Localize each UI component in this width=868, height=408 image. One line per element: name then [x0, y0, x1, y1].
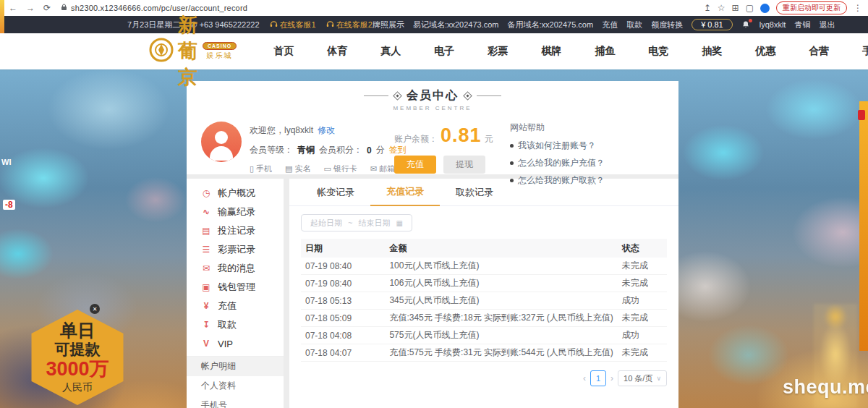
verify-item-手机[interactable]: ▯手机	[250, 163, 272, 174]
sidebar-item-label: 我的消息	[218, 262, 255, 275]
sidebar-item-label: 充值	[218, 299, 237, 313]
tab-充值记录[interactable]: 充值记录	[370, 178, 440, 206]
promo-line1: 单日	[60, 321, 95, 340]
withdraw-button[interactable]: 提现	[443, 156, 485, 174]
nav-menu-item[interactable]: 体育	[310, 45, 364, 58]
online-service-2[interactable]: 在线客服2	[326, 20, 373, 30]
chevron-left-icon[interactable]: ‹	[583, 373, 586, 383]
user-avatar[interactable]	[201, 122, 242, 162]
sidebar-item-label: 钱包管理	[218, 281, 255, 294]
sidebar-item[interactable]: ◷帐户概况	[187, 184, 284, 203]
topbar-username[interactable]: lyq8xklt	[760, 20, 786, 29]
sidebar-toggle-icon[interactable]: ▢	[746, 3, 754, 13]
level-value: 青铜	[297, 144, 315, 156]
sidebar-item[interactable]: ▣钱包管理	[187, 278, 284, 297]
watermark: shequ.me	[783, 376, 868, 399]
notification-dot	[749, 19, 752, 22]
date-start-placeholder: 起始日期	[310, 218, 342, 229]
browser-back-icon[interactable]: ←	[9, 3, 17, 13]
nav-menu-item[interactable]: 捕鱼	[578, 45, 631, 58]
nav-menu-item[interactable]: 手机APP	[846, 45, 868, 58]
tab-帐变记录[interactable]: 帐变记录	[301, 179, 370, 205]
wallet-icon: ▣	[201, 282, 211, 292]
help-item[interactable]: 我该如何注册账号？	[510, 140, 669, 152]
table-row: 07-19 08:40106元(人民币线上充值)未完成	[301, 275, 667, 292]
sidebar-item[interactable]: ✉我的消息	[187, 259, 284, 278]
help-item-label: 我该如何注册账号？	[518, 140, 596, 152]
domain-link-1[interactable]: 易记域名:xx202473.com	[413, 20, 499, 30]
nav-menu-item[interactable]: 棋牌	[524, 45, 578, 58]
nav-menu-item[interactable]: 彩票	[471, 45, 524, 58]
logo-text: 新葡京	[178, 12, 198, 90]
sidebar-item[interactable]: ∿输赢纪录	[187, 203, 284, 221]
notification-bell-icon[interactable]	[741, 20, 751, 30]
deposit-button[interactable]: 充值	[394, 156, 436, 174]
help-item[interactable]: 怎么给我的账户充值？	[510, 157, 669, 169]
col-header-status: 状态	[618, 239, 667, 258]
page-number[interactable]: 1	[590, 370, 606, 386]
tab-取款记录[interactable]: 取款记录	[440, 179, 509, 205]
date-range-input[interactable]: 起始日期 ~ 结束日期 ▦	[301, 214, 412, 231]
extension-icon[interactable]: ⊞	[732, 3, 739, 13]
promo-close-icon[interactable]: ✕	[90, 304, 100, 314]
title-ornament-diamond	[463, 91, 472, 101]
browser-chrome: ← → ⟳ sh2300.x12346666.com/pc/user/accou…	[0, 0, 868, 17]
background-fragment-text: WI	[1, 158, 11, 166]
topbar-deposit-link[interactable]: 充值	[602, 20, 618, 30]
sidebar-item[interactable]: VVIP	[187, 334, 284, 353]
clock-icon: ◷	[201, 188, 211, 198]
edit-profile-link[interactable]: 修改	[318, 124, 335, 137]
browser-profile-avatar[interactable]	[760, 4, 770, 13]
help-title: 网站帮助	[510, 122, 669, 134]
sidebar-sub-item[interactable]: 帐户明细	[187, 357, 284, 376]
cell-amount: 106元(人民币线上充值)	[385, 275, 617, 292]
site-logo[interactable]: 新葡京 CASINO 娱乐城	[149, 12, 237, 90]
online-service-1[interactable]: 在线客服1	[270, 20, 316, 30]
member-sidebar: ◷帐户概况∿输赢纪录▤投注记录☰彩票记录✉我的消息▣钱包管理¥充值↧取款VVIP…	[187, 179, 284, 408]
title-ornament-diamond	[393, 91, 402, 101]
table-row: 07-18 05:13345元(人民币线上充值)成功	[301, 292, 667, 310]
nav-menu-item[interactable]: 首页	[257, 45, 310, 58]
chevron-down-icon: ∨	[656, 375, 661, 382]
topbar-transfer-link[interactable]: 额度转换	[651, 20, 683, 30]
sidebar-item[interactable]: ☰彩票记录	[187, 240, 284, 259]
nav-menu-item[interactable]: 抽奖	[685, 45, 739, 58]
url-bar[interactable]: sh2300.x12346666.com/pc/user/account_rec…	[71, 4, 247, 12]
cell-amount: 575元(人民币线上充值)	[385, 327, 617, 344]
browser-update-button[interactable]: 重新启动即可更新	[776, 1, 847, 14]
verify-item-银行卡[interactable]: ▭银行卡	[323, 163, 357, 174]
nav-menu-item[interactable]: 真人	[364, 45, 417, 58]
browser-menu-icon[interactable]: ⋮	[854, 3, 862, 13]
share-icon[interactable]: ↥	[704, 3, 711, 13]
sidebar-item[interactable]: ▤投注记录	[187, 221, 284, 240]
nav-menu-item[interactable]: 电子	[417, 45, 471, 58]
chevron-right-icon[interactable]: ›	[610, 373, 613, 383]
nav-menu-item[interactable]: 电竞	[631, 45, 685, 58]
nav-menu-item[interactable]: 合营	[792, 45, 846, 58]
nav-menu-item[interactable]: 优惠	[739, 45, 792, 58]
sidebar-item[interactable]: ↧取款	[187, 315, 284, 334]
browser-forward-icon[interactable]: →	[26, 3, 35, 13]
table-row: 07-18 04:08575元(人民币线上充值)成功	[301, 327, 667, 344]
cell-status: 成功	[618, 292, 667, 310]
topbar-withdraw-link[interactable]: 取款	[626, 20, 642, 30]
page-size-select[interactable]: 10 条/页 ∨	[618, 370, 667, 386]
license-link[interactable]: 牌照展示	[373, 20, 404, 30]
browser-reload-icon[interactable]: ⟳	[43, 3, 51, 13]
domain-link-2[interactable]: 备用域名:xx202475.com	[508, 20, 594, 30]
sidebar-sub-item[interactable]: 个人资料	[187, 376, 284, 396]
verify-item-实名[interactable]: ▤实名	[285, 163, 310, 174]
sidebar-item-label: 投注记录	[218, 224, 255, 237]
logout-link[interactable]: 退出	[819, 20, 835, 30]
site-topbar: 7月23日星期二 ✆ +63 9465222222 在线客服1 在线客服2 牌照…	[0, 16, 868, 33]
sidebar-item-label: 输赢纪录	[218, 205, 255, 218]
sidebar-item[interactable]: ¥充值	[187, 297, 284, 315]
help-item[interactable]: 怎么给我的账户取款？	[510, 174, 669, 187]
sidebar-sub-item[interactable]: 手机号	[187, 396, 284, 408]
verify-item-邮箱[interactable]: ✉邮箱	[370, 163, 395, 174]
balance-pill[interactable]: ¥ 0.81	[692, 19, 733, 30]
bookmark-star-icon[interactable]: ☆	[718, 3, 726, 13]
headset-icon	[270, 20, 280, 29]
cell-date: 07-18 04:08	[301, 327, 385, 344]
verify-row: ▯手机▤实名▭银行卡✉邮箱	[250, 163, 407, 174]
